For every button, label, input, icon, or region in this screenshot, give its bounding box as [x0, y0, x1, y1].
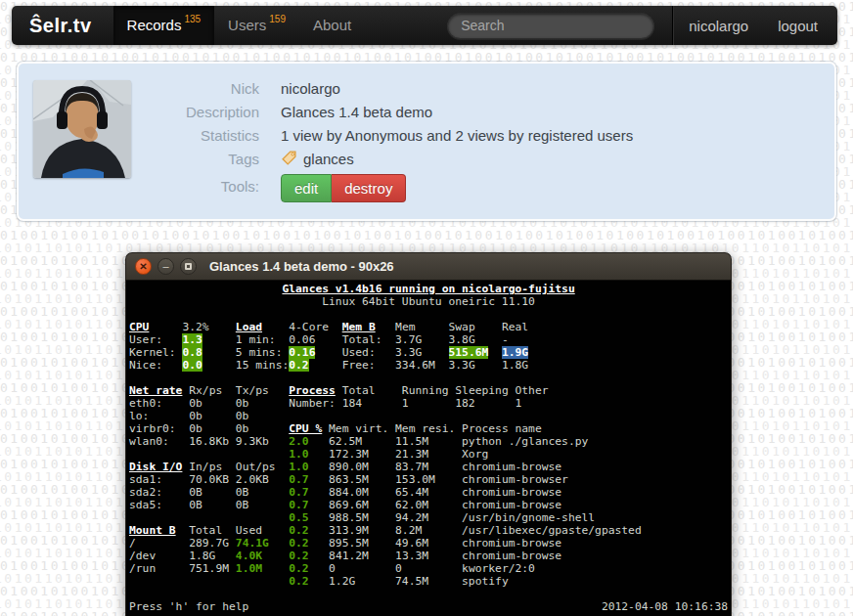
field-value-text: 1 view by Anonymous and 2 views by regis… — [281, 127, 633, 144]
terminal-text-segment: / 289.7G — [129, 537, 236, 550]
terminal-text-segment: Glances v1.4b16 running on nicolargo-fuj… — [282, 283, 574, 295]
terminal-text-segment: 1.3 — [182, 333, 202, 346]
field-label: Statistics — [144, 127, 259, 144]
search-input[interactable] — [447, 13, 654, 39]
terminal-text-segment: 172.3M 21.3M Xorg — [309, 448, 489, 461]
terminal-text-segment: 0.8 — [182, 346, 202, 359]
terminal-line: sda1: 70.0KB 2.0KB 0.7 863.5M 153.0M chr… — [129, 473, 731, 486]
terminal-text-segment: 62.5M 11.5M python ./glances.py — [309, 435, 589, 448]
brand-logo[interactable]: Ŝelr.tv — [12, 15, 113, 37]
field-label: Nick — [144, 80, 259, 97]
terminal-line: eth0: 0b 0b Number: 184 1 182 1 — [129, 397, 731, 410]
nav-item-label: Records — [127, 16, 182, 35]
terminal-line — [129, 588, 731, 600]
terminal-line: 0.2 1.2G 74.5M spotify — [129, 575, 731, 588]
avatar-illustration — [33, 80, 131, 178]
terminal-text-segment: Free: 334.6M 3.3G 1.8G — [309, 359, 528, 372]
field-label: Tools: — [144, 178, 259, 195]
terminal-text-segment — [262, 550, 289, 562]
terminal-text-segment: 74.1G — [236, 537, 269, 550]
navbar: Ŝelr.tv Records135Users159About nicolarg… — [12, 6, 837, 45]
terminal-line: lo: 0b 0b — [129, 410, 731, 422]
terminal-line: /run 751.9M 1.0M 0.2 0 0 kworker/2:0 — [129, 562, 731, 575]
terminal-text-segment: Mount B — [129, 524, 176, 537]
window-minimize-button[interactable]: – — [157, 258, 174, 275]
field-row-tools: Tools:editdestroy — [144, 170, 633, 202]
terminal-line: virbr0: 0b 0b CPU % Mem virt. Mem resi. … — [129, 422, 731, 435]
edit-button[interactable]: edit — [281, 174, 332, 202]
page: 0100101001010010100101001010010100101001… — [0, 0, 853, 616]
terminal-text-segment: 869.6M 62.0M chromium-browse — [309, 499, 561, 511]
terminal-text-segment: Press 'h' for help 2012-04-08 10:16:38 — [129, 600, 728, 613]
field-value[interactable]: glances — [281, 149, 354, 168]
terminal-screen: Glances v1.4b16 running on nicolargo-fuj… — [125, 281, 732, 616]
terminal-text-segment: 1.0 — [289, 448, 308, 461]
field-row-statistics: Statistics1 view by Anonymous and 2 view… — [144, 123, 633, 147]
terminal-text-segment: 1.0 — [289, 461, 308, 473]
terminal-text-segment: Rx/ps Tx/ps — [182, 384, 289, 397]
terminal-line: CPU 3.2% Load 4-Core Mem B Mem Swap Real — [129, 321, 731, 333]
nav-item-count-badge: 159 — [269, 14, 286, 24]
nav-item-label: Users — [228, 16, 266, 35]
field-value: 1 view by Anonymous and 2 views by regis… — [281, 127, 633, 144]
tag-icon — [281, 150, 297, 169]
terminal-line: User: 1.3 1 min: 0.06 Total: 3.7G 3.8G - — [129, 333, 731, 346]
terminal-text-segment: 313.9M 8.2M /usr/libexec/gpaste/gpasted — [309, 524, 642, 537]
terminal-line: sda2: 0B 0B 0.7 884.0M 65.4M chromium-br… — [129, 486, 731, 499]
terminal-text-segment — [488, 346, 502, 359]
terminal-text-segment: CPU — [129, 321, 149, 333]
terminal-text-segment: 0.2 — [289, 562, 308, 575]
terminal-text-segment: In/ps Out/ps — [182, 461, 289, 473]
terminal-text-segment: 863.5M 153.0M chromium-browser — [309, 473, 568, 486]
terminal-text-segment: 1.2G 74.5M spotify — [309, 575, 509, 588]
terminal-text-segment: 1 min: 0.06 Total: 3.7G 3.8G - — [202, 333, 509, 346]
terminal-text-segment: 0.2 — [289, 537, 308, 550]
terminal-line: / 289.7G 74.1G 0.2 895.5M 49.6M chromium… — [129, 537, 731, 550]
terminal-text-segment: Total Used — [176, 524, 290, 537]
terminal-text-segment: 4-Core — [262, 321, 342, 333]
terminal-text-segment: Nice: — [129, 359, 182, 372]
field-row-nick: Nicknicolargo — [144, 76, 633, 100]
terminal-title: Glances 1.4 beta demo - 90x26 — [209, 259, 394, 274]
terminal-text-segment: Net rate — [129, 384, 182, 397]
terminal-text-segment: 0.7 — [289, 499, 308, 511]
terminal-text-segment: 0.16 — [289, 346, 315, 359]
field-value: Glances 1.4 beta demo — [281, 104, 432, 120]
terminal-text-segment: /run 751.9M — [129, 562, 236, 575]
terminal-text-segment — [129, 448, 289, 461]
field-row-description: DescriptionGlances 1.4 beta demo — [144, 100, 633, 123]
terminal-text-segment: 0.2 — [289, 359, 308, 372]
nav-item-count-badge: 135 — [184, 14, 201, 24]
field-value: nicolargo — [281, 80, 340, 97]
window-maximize-button[interactable] — [180, 258, 197, 275]
nav-items: Records135Users159About — [113, 6, 366, 45]
terminal-text-segment: 0.2 — [289, 575, 308, 588]
field-label: Tags — [144, 151, 259, 167]
terminal-line: Disk I/O In/ps Out/ps 1.0 890.0M 83.7M c… — [129, 461, 731, 473]
nav-item-label: About — [313, 16, 351, 35]
nav-item-users[interactable]: Users159 — [214, 6, 299, 45]
terminal-text-segment: User: — [129, 333, 182, 346]
terminal-text-segment: sda2: 0B 0B — [129, 486, 289, 499]
terminal-text-segment: sda1: 70.0KB 2.0KB — [129, 473, 289, 486]
nav-user-link[interactable]: nicolargo — [674, 18, 763, 34]
terminal-text-segment: Used: 3.3G — [315, 346, 448, 359]
terminal-line: 0.5 988.5M 94.2M /usr/bin/gnome-shell — [129, 511, 731, 524]
terminal-line — [129, 372, 731, 384]
terminal-line: Net rate Rx/ps Tx/ps Process Total Runni… — [129, 384, 731, 397]
terminal-line: Nice: 0.0 15 mins:0.2 Free: 334.6M 3.3G … — [129, 359, 731, 372]
nav-item-about[interactable]: About — [299, 6, 365, 45]
terminal-text-segment: 895.5M 49.6M chromium-browse — [309, 537, 561, 550]
terminal-text-segment: 0.5 — [289, 511, 308, 524]
nav-item-records[interactable]: Records135 — [113, 6, 215, 45]
terminal-text-segment: CPU % — [289, 422, 322, 435]
terminal-line: wlan0: 16.8Kb 9.3Kb 2.0 62.5M 11.5M pyth… — [129, 435, 731, 448]
destroy-button[interactable]: destroy — [332, 174, 406, 202]
window-close-button[interactable]: ✕ — [135, 258, 152, 275]
terminal-text-segment: Mem virt. Mem resi. Process name — [322, 422, 541, 435]
logout-link[interactable]: logout — [763, 18, 837, 34]
tools-button-group: editdestroy — [281, 174, 406, 202]
record-fields: NicknicolargoDescriptionGlances 1.4 beta… — [144, 76, 633, 202]
terminal-text-segment: 988.5M 94.2M /usr/bin/gnome-shell — [309, 511, 595, 524]
terminal-text-segment — [262, 562, 289, 575]
